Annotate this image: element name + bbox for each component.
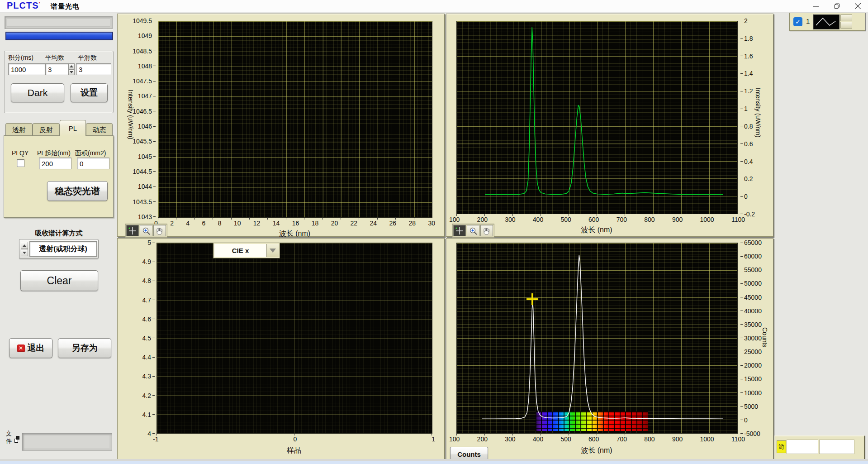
plot-area[interactable] — [157, 243, 432, 434]
absorption-mode-select[interactable]: 透射(或积分球) — [19, 239, 99, 259]
save-as-button[interactable]: 另存为 — [58, 338, 111, 358]
legend-scroll-up-button[interactable] — [840, 14, 852, 21]
axis-tick-label: 0.2 — [740, 176, 763, 182]
chart-panel-top-left: Intensity (uW/nm) 1049.510491048.5104810… — [117, 14, 445, 237]
cursor-x-field[interactable] — [787, 440, 818, 454]
axis-tick-label: 1100 — [731, 435, 745, 443]
integration-input[interactable]: 1000 — [8, 63, 45, 75]
stepper-up-icon[interactable] — [21, 242, 28, 249]
dark-button[interactable]: Dark — [11, 83, 64, 102]
status-display — [5, 16, 113, 29]
axis-tick-label: 1046.5 — [133, 108, 156, 115]
plot-area[interactable] — [456, 243, 738, 434]
progress-bar — [5, 32, 113, 40]
minimize-button[interactable] — [806, 0, 826, 12]
logo-accent: ' — [39, 0, 41, 7]
axis-tick-label: 22 — [351, 220, 358, 227]
legend-scroll-buttons — [840, 14, 852, 29]
area-input[interactable]: 0 — [77, 158, 109, 169]
axis-tick-label: 65000 — [740, 239, 766, 246]
app-logo: PLCTS' — [7, 0, 41, 11]
cursor-tool-button[interactable] — [453, 225, 466, 236]
stepper-down-icon[interactable] — [68, 69, 75, 75]
axis-tick-label: 0.4 — [740, 158, 763, 165]
series-line — [457, 243, 737, 433]
tab-transmission[interactable]: 透射 — [5, 123, 33, 136]
axis-tick-label: 500 — [560, 435, 571, 443]
cie-select[interactable]: CIE x — [213, 243, 280, 258]
axis-tick-label: 500 — [560, 216, 571, 223]
axis-tick-label: 15000 — [740, 376, 766, 382]
axis-tick-label: -1 — [153, 435, 158, 443]
close-icon — [855, 3, 861, 9]
cursor-name-cell[interactable]: 游 — [777, 440, 786, 453]
axis-tick-label: 4.4 — [142, 354, 155, 360]
axis-tick-label: 40000 — [740, 308, 766, 314]
plot-style-sample[interactable] — [813, 14, 840, 29]
settings-button[interactable]: 设置 — [71, 83, 108, 102]
restore-button[interactable] — [826, 0, 847, 12]
stepper-up-icon[interactable] — [68, 63, 75, 69]
axis-tick-label: 10 — [234, 220, 241, 227]
legend-scroll-down-button[interactable] — [840, 22, 852, 29]
axis-tick-label: 1049.5 — [133, 18, 156, 24]
graph-cursor[interactable] — [526, 293, 538, 305]
axis-tick-label: 1000 — [700, 435, 714, 443]
file-label: 文 件 — [6, 430, 12, 445]
axis-tick-label: 1100 — [731, 216, 745, 223]
steady-fluorescence-button[interactable]: 稳态荧光谱 — [47, 181, 108, 201]
plot-area[interactable] — [456, 21, 738, 214]
axis-tick-label: 1000 — [700, 216, 714, 223]
plot-visible-checkbox[interactable]: ✓ — [793, 17, 802, 26]
tab-reflection[interactable]: 反射 — [33, 123, 60, 136]
axis-tick-label: 900 — [672, 435, 683, 443]
plqy-checkbox[interactable] — [17, 159, 24, 167]
stepper-down-icon[interactable] — [21, 249, 28, 256]
axis-tick-label: 12 — [253, 220, 261, 227]
pl-start-input[interactable]: 200 — [39, 158, 71, 169]
smooth-input[interactable]: 3 — [76, 63, 111, 75]
exit-button[interactable]: ✕ 退出 — [9, 338, 52, 358]
axis-tick-label: 4.2 — [142, 392, 155, 399]
average-input[interactable]: 3 — [45, 63, 71, 75]
close-button[interactable] — [847, 0, 868, 12]
pan-tool-button[interactable] — [480, 225, 493, 236]
axis-tick-label: 700 — [617, 216, 627, 223]
axis-tick-label: 14 — [273, 220, 280, 227]
absorption-mode-stepper[interactable] — [21, 242, 28, 256]
average-label: 平均数 — [45, 54, 64, 62]
axis-tick-label: 16 — [292, 220, 299, 227]
absorption-mode-value[interactable]: 透射(或积分球) — [29, 241, 97, 257]
axis-tick-label: 400 — [533, 216, 543, 223]
x-axis-title: 波长 (nm) — [158, 229, 432, 239]
axis-tick-label: 8 — [218, 220, 222, 227]
tab-pl[interactable]: PL — [60, 120, 86, 136]
axis-tick-label: 4.3 — [142, 373, 155, 379]
pl-start-label: PL起始(nm) — [37, 149, 71, 158]
tab-dynamic[interactable]: 动态 — [86, 123, 113, 136]
pan-tool-button[interactable] — [153, 225, 166, 236]
axis-tick-label: 55000 — [740, 267, 766, 273]
dropdown-arrow-icon[interactable] — [266, 244, 279, 257]
absorption-mode-label: 吸收谱计算方式 — [14, 229, 104, 238]
zoom-tool-button[interactable] — [467, 225, 479, 236]
clear-button[interactable]: Clear — [20, 270, 98, 291]
cursor-y-field[interactable] — [819, 440, 854, 454]
axis-tick-label: 1049 — [138, 33, 156, 39]
zoom-tool-button[interactable] — [140, 225, 152, 236]
file-browse-icon[interactable] — [14, 436, 19, 443]
cursor-tool-button[interactable] — [126, 225, 139, 236]
x-axis-title: 波长 (nm) — [456, 225, 737, 235]
axis-tick-label: 5 — [147, 239, 155, 246]
axis-tick-label: 1 — [432, 435, 435, 443]
app-window: PLCTS' 谱量光电 积分(ms) 平均数 平滑数 1000 3 3 Dark… — [0, 0, 868, 464]
plot-area[interactable] — [158, 21, 432, 218]
axis-tick-label: 1.4 — [740, 70, 763, 77]
plot-legend-number: 1 — [806, 17, 810, 25]
smooth-stepper[interactable] — [68, 63, 75, 75]
axis-tick-label: 1043 — [138, 214, 156, 220]
file-path-input[interactable] — [22, 433, 112, 451]
axis-tick-label: 4.8 — [142, 277, 155, 284]
axis-tick-label: 700 — [617, 435, 627, 443]
cie-select-value[interactable]: CIE x — [214, 244, 266, 257]
